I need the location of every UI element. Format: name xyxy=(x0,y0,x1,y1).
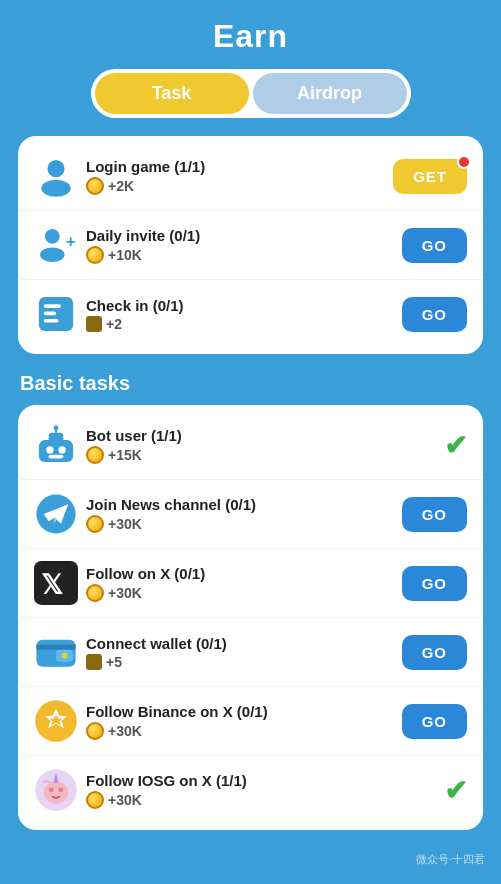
icon-bot xyxy=(34,423,78,467)
basic-tasks-card: Bot user (1/1) +15K ✔ Join News channel … xyxy=(18,405,483,830)
task-info-check-in: Check in (0/1) +2 xyxy=(86,297,402,332)
page-title: Earn xyxy=(0,0,501,69)
go-button-news-channel[interactable]: GO xyxy=(402,497,467,532)
daily-tasks-card: Login game (1/1) +2K GET + Daily invite … xyxy=(18,136,483,354)
task-row-follow-x: 𝕏 Follow on X (0/1) +30K GO xyxy=(18,549,483,618)
coin-icon xyxy=(86,722,104,740)
briefcase-icon xyxy=(86,316,102,332)
coin-icon xyxy=(86,177,104,195)
task-reward-bot-user: +15K xyxy=(86,446,444,464)
svg-point-28 xyxy=(49,788,54,793)
go-button-daily-invite[interactable]: GO xyxy=(402,228,467,263)
coin-icon xyxy=(86,584,104,602)
get-button-login[interactable]: GET xyxy=(393,159,467,194)
svg-point-11 xyxy=(46,446,53,453)
task-info-login: Login game (1/1) +2K xyxy=(86,158,393,195)
svg-point-2 xyxy=(45,229,60,244)
task-row-follow-iosg: Follow IOSG on X (1/1) +30K ✔ xyxy=(18,756,483,824)
svg-point-29 xyxy=(58,788,63,793)
svg-point-0 xyxy=(47,160,64,177)
svg-rect-13 xyxy=(49,455,64,459)
icon-iosg xyxy=(34,768,78,812)
icon-binance xyxy=(34,699,78,743)
task-reward-daily-invite: +10K xyxy=(86,246,402,264)
task-name-login: Login game (1/1) xyxy=(86,158,393,175)
go-button-check-in[interactable]: GO xyxy=(402,297,467,332)
task-name-bot-user: Bot user (1/1) xyxy=(86,427,444,444)
coin-icon xyxy=(86,791,104,809)
svg-rect-6 xyxy=(44,304,61,308)
task-row-connect-wallet: Connect wallet (0/1) +5 GO xyxy=(18,618,483,687)
basic-tasks-title: Basic tasks xyxy=(20,372,481,395)
task-name-connect-wallet: Connect wallet (0/1) xyxy=(86,635,402,652)
svg-point-3 xyxy=(40,247,64,262)
task-info-follow-binance: Follow Binance on X (0/1) +30K xyxy=(86,703,402,740)
task-reward-news-channel: +30K xyxy=(86,515,402,533)
task-info-follow-iosg: Follow IOSG on X (1/1) +30K xyxy=(86,772,444,809)
task-name-daily-invite: Daily invite (0/1) xyxy=(86,227,402,244)
task-reward-follow-iosg: +30K xyxy=(86,791,444,809)
icon-telegram xyxy=(34,492,78,536)
svg-rect-22 xyxy=(36,645,75,650)
svg-point-21 xyxy=(62,653,68,659)
task-reward-follow-x: +30K xyxy=(86,584,402,602)
icon-x: 𝕏 xyxy=(34,561,78,605)
task-row-daily-invite: + Daily invite (0/1) +10K GO xyxy=(18,211,483,280)
coin-icon xyxy=(86,246,104,264)
svg-point-1 xyxy=(41,180,70,197)
icon-person-plus: + xyxy=(34,223,78,267)
task-name-follow-iosg: Follow IOSG on X (1/1) xyxy=(86,772,444,789)
task-row-check-in: Check in (0/1) +2 GO xyxy=(18,280,483,348)
svg-text:+: + xyxy=(66,232,76,251)
task-info-daily-invite: Daily invite (0/1) +10K xyxy=(86,227,402,264)
svg-rect-7 xyxy=(44,312,56,316)
coin-icon xyxy=(86,446,104,464)
task-name-follow-x: Follow on X (0/1) xyxy=(86,565,402,582)
coin-icon xyxy=(86,515,104,533)
tab-bar: Task Airdrop xyxy=(91,69,411,118)
task-reward-check-in: +2 xyxy=(86,316,402,332)
tab-airdrop[interactable]: Airdrop xyxy=(253,73,407,114)
svg-rect-9 xyxy=(39,440,73,462)
svg-rect-8 xyxy=(44,319,59,323)
icon-wallet xyxy=(34,630,78,674)
svg-point-12 xyxy=(58,446,65,453)
go-button-connect-wallet[interactable]: GO xyxy=(402,635,467,670)
task-name-check-in: Check in (0/1) xyxy=(86,297,402,314)
task-info-follow-x: Follow on X (0/1) +30K xyxy=(86,565,402,602)
tab-task[interactable]: Task xyxy=(95,73,249,114)
check-icon-bot-user: ✔ xyxy=(444,429,467,462)
task-row-follow-binance: Follow Binance on X (0/1) +30K GO xyxy=(18,687,483,756)
go-button-follow-binance[interactable]: GO xyxy=(402,704,467,739)
task-reward-login: +2K xyxy=(86,177,393,195)
task-row-login: Login game (1/1) +2K GET xyxy=(18,142,483,211)
task-info-bot-user: Bot user (1/1) +15K xyxy=(86,427,444,464)
watermark: 微众号·十四君 xyxy=(0,848,501,879)
task-row-news-channel: Join News channel (0/1) +30K GO xyxy=(18,480,483,549)
check-icon-follow-iosg: ✔ xyxy=(444,774,467,807)
icon-checklist xyxy=(34,292,78,336)
svg-point-27 xyxy=(44,781,68,803)
briefcase-icon xyxy=(86,654,102,670)
task-info-connect-wallet: Connect wallet (0/1) +5 xyxy=(86,635,402,670)
svg-rect-10 xyxy=(49,433,64,443)
svg-text:𝕏: 𝕏 xyxy=(41,570,63,600)
task-name-news-channel: Join News channel (0/1) xyxy=(86,496,402,513)
go-button-follow-x[interactable]: GO xyxy=(402,566,467,601)
task-reward-connect-wallet: +5 xyxy=(86,654,402,670)
svg-point-15 xyxy=(54,425,59,430)
task-name-follow-binance: Follow Binance on X (0/1) xyxy=(86,703,402,720)
task-row-bot-user: Bot user (1/1) +15K ✔ xyxy=(18,411,483,480)
task-info-news-channel: Join News channel (0/1) +30K xyxy=(86,496,402,533)
icon-person xyxy=(34,154,78,198)
task-reward-follow-binance: +30K xyxy=(86,722,402,740)
